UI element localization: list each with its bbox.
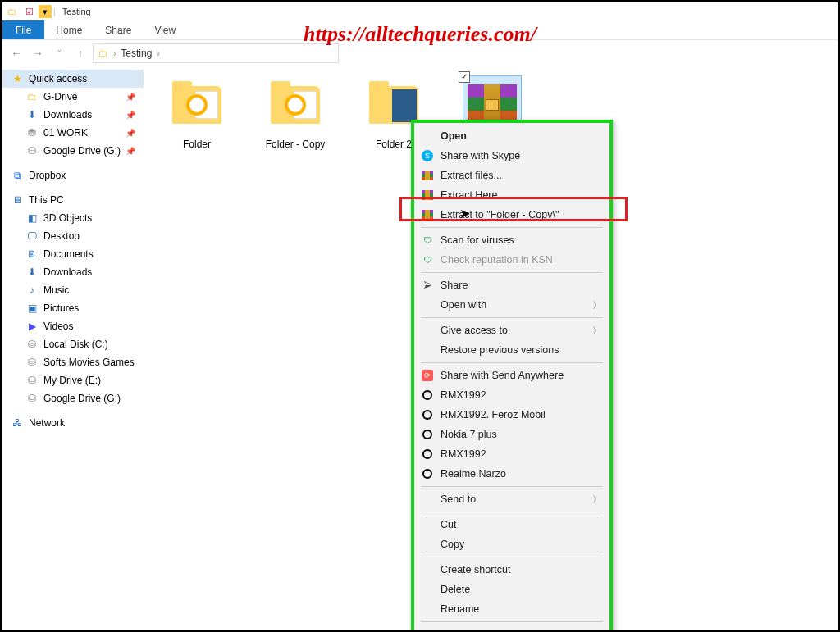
home-tab[interactable]: Home <box>44 21 94 39</box>
cm-properties[interactable]: Properties <box>414 625 609 632</box>
sidebar-item-downloads2[interactable]: ⬇Downloads <box>2 263 144 281</box>
window-title: Testing <box>62 7 91 16</box>
sidebar-label: Downloads <box>43 266 92 278</box>
cm-copy[interactable]: Copy <box>414 534 609 554</box>
sidebar-label: Documents <box>43 248 94 260</box>
sidebar-network[interactable]: 🖧Network <box>2 414 144 432</box>
sidebar-item-pictures[interactable]: ▣Pictures <box>2 299 144 317</box>
sidebar-item-softs[interactable]: ⛁Softs Movies Games <box>2 353 144 371</box>
sidebar-item-gdrive[interactable]: 🗀G-Drive📌 <box>2 88 144 106</box>
sidebar-item-3dobjects[interactable]: ◧3D Objects <box>2 209 144 227</box>
pin-icon: 📌 <box>126 129 135 138</box>
cm-create-shortcut[interactable]: Create shortcut <box>414 560 609 580</box>
folder-icon: 🗀 <box>25 90 39 103</box>
sidebar-label: This PC <box>29 194 64 206</box>
cm-label: Nokia 7 plus <box>441 429 497 440</box>
cm-label: Extract files... <box>441 170 502 181</box>
cm-label: Send to <box>441 493 476 505</box>
rar-icon <box>421 189 434 202</box>
cm-extract-files[interactable]: Extract files... <box>414 166 609 185</box>
cm-device3[interactable]: Nokia 7 plus <box>414 425 609 444</box>
checkbox-icon[interactable]: ✓ <box>459 71 470 83</box>
sidebar-label: Dropbox <box>29 170 66 181</box>
sidebar-item-documents[interactable]: 🗎Documents <box>2 245 144 263</box>
cm-extract-here[interactable]: Extract Here <box>414 185 609 205</box>
file-item-folder-copy[interactable]: Folder - Copy <box>258 76 332 150</box>
nav-forward-icon[interactable]: → <box>29 44 47 62</box>
sidebar-item-googledrive2[interactable]: ⛁Google Drive (G:) <box>2 389 144 407</box>
cm-delete[interactable]: Delete <box>414 580 609 599</box>
sidebar-label: 3D Objects <box>43 212 92 224</box>
cm-open[interactable]: Open <box>414 126 609 146</box>
sidebar-label: Quick access <box>29 73 87 84</box>
separator <box>421 512 603 512</box>
send-anywhere-icon: ⟳ <box>421 369 434 382</box>
pictures-icon: ▣ <box>25 302 39 315</box>
sidebar-label: Local Disk (C:) <box>43 339 108 350</box>
dropdown-icon[interactable]: ▾ <box>39 5 52 18</box>
download-icon: ⬇ <box>25 108 39 121</box>
cm-label: Share with Send Anywhere <box>441 370 564 381</box>
cm-skype[interactable]: SShare with Skype <box>414 146 609 166</box>
sidebar-this-pc[interactable]: 🖥This PC <box>2 191 144 209</box>
chevron-icon: › <box>113 49 116 58</box>
nav-up-icon[interactable]: ↑ <box>71 44 89 62</box>
breadcrumb[interactable]: 🗀 › Testing › <box>93 43 339 63</box>
file-item-folder[interactable]: Folder <box>160 76 234 150</box>
nav-history-icon[interactable]: ˅ <box>50 44 68 62</box>
quick-save-icon[interactable]: ☑ <box>21 2 39 20</box>
pin-icon: 📌 <box>126 93 135 102</box>
cm-send-to[interactable]: Send to〉 <box>414 489 609 509</box>
submenu-arrow-icon: 〉 <box>592 299 601 311</box>
file-label: Folder - Copy <box>258 139 332 150</box>
sidebar-item-music[interactable]: ♪Music <box>2 281 144 299</box>
drive-icon: ⛁ <box>25 356 39 369</box>
documents-icon: 🗎 <box>25 248 39 261</box>
breadcrumb-segment[interactable]: Testing <box>121 48 152 59</box>
cm-cut[interactable]: Cut <box>414 515 609 534</box>
desktop-icon: 🖵 <box>25 230 39 243</box>
cm-label: Extract to "Folder - Copy\" <box>441 209 559 221</box>
sidebar-item-work[interactable]: ⛃01 WORK📌 <box>2 124 144 142</box>
sidebar-item-googledrive[interactable]: ⛁Google Drive (G:)📌 <box>2 142 144 160</box>
cm-device1[interactable]: RMX1992 <box>414 385 609 405</box>
file-tab[interactable]: File <box>2 20 44 39</box>
view-tab[interactable]: View <box>143 21 187 39</box>
cm-scan-virus[interactable]: 🛡Scan for viruses <box>414 230 609 250</box>
sidebar-label: Videos <box>43 321 73 332</box>
cm-label: Rename <box>441 603 479 615</box>
cm-device5[interactable]: Realme Narzo <box>414 464 609 484</box>
sidebar-label: Softs Movies Games <box>43 357 135 368</box>
drive-icon: ⛁ <box>25 338 39 351</box>
cm-device4[interactable]: RMX1992 <box>414 444 609 464</box>
cm-label: Create shortcut <box>441 564 510 575</box>
sidebar-dropbox[interactable]: ⧉Dropbox <box>2 166 144 184</box>
cm-device2[interactable]: RMX1992. Feroz Mobil <box>414 405 609 425</box>
sidebar-item-mydrive[interactable]: ⛁My Drive (E:) <box>2 371 144 389</box>
shield-icon: 🛡 <box>421 234 434 247</box>
cm-restore[interactable]: Restore previous versions <box>414 340 609 360</box>
nav-back-icon[interactable]: ← <box>7 44 25 62</box>
cm-label: Copy <box>441 539 464 550</box>
device-icon <box>421 428 434 441</box>
sidebar-quick-access[interactable]: ★ Quick access <box>2 70 144 88</box>
share-tab[interactable]: Share <box>94 21 143 39</box>
sidebar-item-desktop[interactable]: 🖵Desktop <box>2 227 144 245</box>
pin-icon: 📌 <box>126 147 135 156</box>
sidebar-item-localdisk[interactable]: ⛁Local Disk (C:) <box>2 335 144 353</box>
device-icon <box>421 408 434 421</box>
cm-label: Share <box>441 280 468 291</box>
cm-send-anywhere[interactable]: ⟳Share with Send Anywhere <box>414 366 609 385</box>
device-icon <box>421 448 434 461</box>
cm-open-with[interactable]: Open with〉 <box>414 295 609 315</box>
cm-check-ksn[interactable]: 🛡Check reputation in KSN <box>414 250 609 270</box>
cm-give-access[interactable]: Give access to〉 <box>414 321 609 340</box>
cm-label: Scan for viruses <box>441 234 514 246</box>
cm-extract-to[interactable]: Extract to "Folder - Copy\" <box>414 205 609 225</box>
cm-rename[interactable]: Rename <box>414 599 609 619</box>
submenu-arrow-icon: 〉 <box>592 493 601 506</box>
sidebar-item-downloads[interactable]: ⬇Downloads📌 <box>2 106 144 124</box>
cm-share[interactable]: ⮚Share <box>414 275 609 295</box>
sidebar-item-videos[interactable]: ▶Videos <box>2 317 144 335</box>
separator <box>421 362 603 363</box>
